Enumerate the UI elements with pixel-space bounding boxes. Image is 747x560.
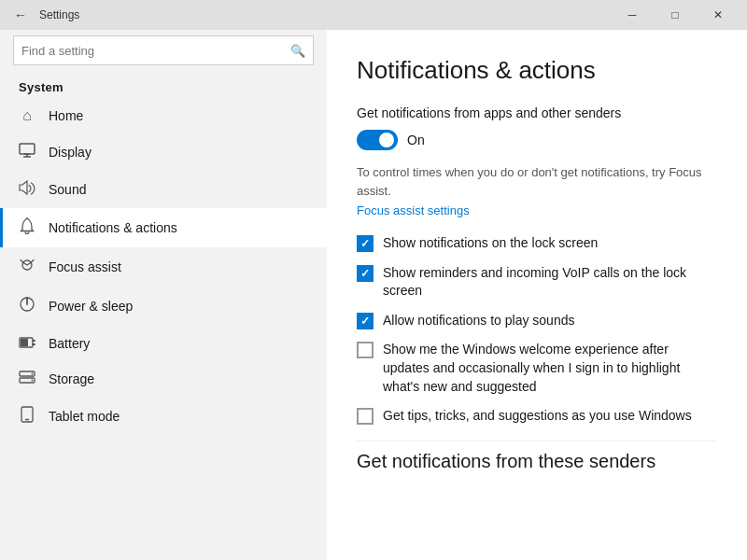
checkbox-tips-input[interactable]: [357, 408, 374, 425]
sidebar-section-title: System: [0, 75, 327, 98]
sidebar-item-storage[interactable]: Storage: [0, 361, 327, 397]
back-button[interactable]: ←: [7, 2, 34, 28]
window-controls: ─ □ ✕: [611, 0, 740, 30]
titlebar: ← Settings ─ □ ✕: [0, 0, 747, 30]
battery-icon: [19, 335, 35, 352]
search-input[interactable]: [21, 44, 290, 58]
toggle-section-label: Get notifications from apps and other se…: [357, 105, 717, 120]
sidebar-item-battery[interactable]: Battery: [0, 326, 327, 361]
checkbox-sounds[interactable]: Allow notifications to play sounds: [357, 312, 717, 330]
notifications-icon: [19, 217, 35, 238]
checkbox-welcome[interactable]: Show me the Windows welcome experience a…: [357, 341, 717, 396]
storage-icon: [19, 371, 35, 387]
sidebar-item-focus[interactable]: Focus assist: [0, 247, 327, 287]
window-title: Settings: [34, 8, 611, 21]
minimize-button[interactable]: ─: [611, 0, 654, 30]
checkbox-sounds-label: Allow notifications to play sounds: [383, 312, 574, 330]
tablet-icon: [19, 406, 35, 427]
svg-rect-9: [21, 339, 28, 346]
sidebar: 🔍 System ⌂ Home Display Sound Notificati…: [0, 30, 327, 560]
sidebar-item-label: Power & sleep: [49, 299, 133, 314]
checkbox-voip[interactable]: Show reminders and incoming VoIP calls o…: [357, 264, 717, 301]
sidebar-item-power[interactable]: Power & sleep: [0, 287, 327, 326]
home-icon: ⌂: [19, 107, 35, 124]
power-icon: [19, 296, 35, 316]
sidebar-item-sound[interactable]: Sound: [0, 171, 327, 208]
checkbox-lock-screen-label: Show notifications on the lock screen: [383, 234, 598, 253]
toggle-state-label: On: [407, 133, 425, 147]
sidebar-item-display[interactable]: Display: [0, 133, 327, 171]
checkbox-welcome-input[interactable]: [357, 342, 374, 358]
sidebar-item-label: Sound: [49, 182, 86, 197]
checkbox-tips[interactable]: Get tips, tricks, and suggestions as you…: [357, 407, 717, 426]
sound-icon: [19, 180, 35, 199]
sidebar-item-home[interactable]: ⌂ Home: [0, 98, 327, 133]
content-area: Notifications & actions Get notification…: [327, 30, 747, 560]
svg-point-15: [32, 380, 34, 382]
focus-assist-icon: [19, 257, 35, 277]
main-layout: 🔍 System ⌂ Home Display Sound Notificati…: [0, 30, 747, 560]
checkbox-tips-label: Get tips, tricks, and suggestions as you…: [383, 407, 692, 426]
svg-point-14: [32, 373, 34, 375]
search-icon: 🔍: [290, 44, 305, 58]
sidebar-item-notifications[interactable]: Notifications & actions: [0, 208, 327, 247]
sidebar-item-label: Battery: [49, 336, 90, 351]
focus-assist-link[interactable]: Focus assist settings: [357, 203, 717, 217]
display-icon: [19, 143, 35, 161]
sidebar-item-label: Display: [49, 145, 92, 160]
sidebar-item-tablet[interactable]: Tablet mode: [0, 397, 327, 436]
checkbox-voip-label: Show reminders and incoming VoIP calls o…: [383, 264, 717, 301]
senders-section-title: Get notifications from these senders: [357, 441, 717, 472]
sidebar-item-label: Storage: [49, 371, 94, 386]
sidebar-item-label: Tablet mode: [49, 409, 120, 424]
sidebar-item-label: Notifications & actions: [49, 220, 177, 235]
close-button[interactable]: ✕: [697, 0, 740, 30]
checkbox-welcome-label: Show me the Windows welcome experience a…: [383, 341, 717, 396]
search-box[interactable]: 🔍: [13, 35, 314, 65]
sidebar-item-label: Home: [49, 108, 83, 123]
notifications-toggle-row: On: [357, 130, 717, 150]
notifications-toggle[interactable]: [357, 130, 398, 150]
svg-marker-4: [20, 181, 27, 194]
checkbox-lock-screen-input[interactable]: [357, 235, 374, 252]
checkbox-sounds-input[interactable]: [357, 313, 374, 329]
focus-description: To control times when you do or don't ge…: [357, 163, 717, 200]
checkbox-voip-input[interactable]: [357, 265, 374, 282]
svg-rect-0: [20, 144, 35, 154]
sidebar-item-label: Focus assist: [49, 259, 121, 274]
page-title: Notifications & actions: [357, 56, 717, 85]
checkbox-lock-screen[interactable]: Show notifications on the lock screen: [357, 234, 717, 253]
maximize-button[interactable]: □: [654, 0, 697, 30]
